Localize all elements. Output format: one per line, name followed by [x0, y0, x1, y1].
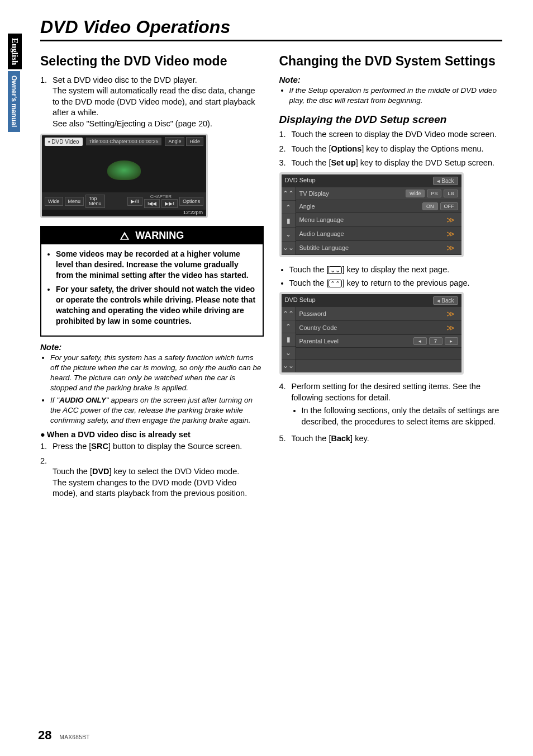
- chevron-right-icon[interactable]: ≫: [443, 243, 458, 252]
- tab-english: English: [8, 34, 22, 69]
- list-number: 1.: [40, 75, 53, 130]
- hide-button[interactable]: Hide: [186, 137, 203, 146]
- scroll-down-icon[interactable]: ⌄: [282, 228, 296, 241]
- list-number: 1.: [279, 129, 292, 140]
- setup-row-label: Angle: [299, 203, 423, 210]
- setup-row[interactable]: Country Code≫: [296, 321, 461, 335]
- warning-item: Some videos may be recorded at a higher …: [56, 249, 257, 281]
- tab-owners-manual: Owner's manual: [8, 71, 20, 131]
- setup-row-label: TV Display: [299, 190, 406, 197]
- chapter-label: CHAPTER: [150, 194, 172, 199]
- video-content-image: [107, 160, 141, 180]
- dvd-setup-screenshot-2: DVD Setup ◂ Back ⌃⌃ ⌃ ▮ ⌄ ⌄⌄ Password≫Co…: [279, 292, 464, 375]
- list-number: 4.: [279, 381, 292, 429]
- bullet-text: Touch the [⌃⌃] key to return to the prev…: [289, 277, 503, 289]
- setup-option-button[interactable]: ▸: [445, 337, 458, 345]
- step-text: Perform setting for the desired setting …: [292, 381, 503, 429]
- chevron-right-icon[interactable]: ≫: [443, 215, 458, 224]
- chevron-right-icon[interactable]: ≫: [443, 323, 458, 332]
- side-tabs: English Owner's manual: [8, 34, 25, 134]
- svg-rect-1: [125, 238, 126, 239]
- setup-row-empty: [296, 360, 461, 372]
- top-menu-button[interactable]: Top Menu: [85, 195, 105, 208]
- setup-row-label: Audio Language: [299, 230, 443, 237]
- chevron-right-icon[interactable]: ≫: [443, 309, 458, 318]
- setup-option-button[interactable]: ON: [422, 202, 438, 210]
- setup-row-label: Password: [299, 310, 443, 317]
- scroll-up-icon[interactable]: ⌃: [282, 320, 296, 333]
- warning-item: For your safety, the driver should not w…: [56, 284, 257, 327]
- step-text: Touch the [Options] key to display the O…: [292, 144, 503, 155]
- svg-rect-0: [125, 235, 126, 237]
- angle-button[interactable]: Angle: [165, 137, 184, 146]
- scroll-bottom-icon[interactable]: ⌄⌄: [282, 360, 296, 372]
- setup-row[interactable]: Password≫: [296, 307, 461, 321]
- prev-chapter-button[interactable]: I◀◀: [144, 199, 160, 208]
- dvd-video-screenshot: • DVD Video Title:003 Chapter:00300:00:2…: [40, 134, 208, 218]
- options-button[interactable]: Options: [179, 197, 203, 206]
- list-number: 5.: [279, 433, 292, 445]
- list-number: 2.: [40, 456, 53, 499]
- setup-option-button[interactable]: LB: [444, 190, 458, 197]
- play-pause-button[interactable]: ▶/II: [127, 197, 142, 206]
- setup-row-label: Country Code: [299, 324, 443, 331]
- model-number: MAX685BT: [59, 734, 89, 740]
- scroll-top-icon[interactable]: ⌃⌃: [282, 307, 296, 320]
- page-footer: 28 MAX685BT: [38, 728, 90, 743]
- back-button[interactable]: ◂ Back: [433, 177, 458, 185]
- setup-row[interactable]: AngleONOFF: [296, 200, 461, 213]
- dvd-setup-screenshot-1: DVD Setup ◂ Back ⌃⌃ ⌃ ▮ ⌄ ⌄⌄ TV DisplayW…: [279, 172, 464, 257]
- heading-changing-dvd-settings: Changing the DVD System Settings: [279, 54, 503, 69]
- setup-option-button[interactable]: 7: [429, 337, 442, 345]
- wide-button[interactable]: Wide: [45, 197, 63, 206]
- step-text: Touch the [DVD] key to select the DVD Vi…: [53, 456, 264, 499]
- scroll-down-icon[interactable]: ⌄: [282, 347, 296, 360]
- elapsed-time: 00:00:25: [139, 139, 158, 144]
- setup-row-label: Menu Language: [299, 216, 443, 223]
- setup-row-label: Parental Level: [299, 338, 413, 344]
- setup-option-button[interactable]: Wide: [406, 190, 425, 197]
- source-chip: • DVD Video: [45, 138, 83, 146]
- panel-title: DVD Setup: [285, 296, 316, 305]
- page-down-icon: ⌄⌄: [329, 266, 342, 274]
- right-column: Changing the DVD System Settings Note: I…: [279, 54, 503, 503]
- setup-row[interactable]: Menu Language≫: [296, 213, 461, 227]
- scroll-bottom-icon[interactable]: ⌄⌄: [282, 242, 296, 255]
- scroll-up-icon[interactable]: ⌃: [282, 201, 296, 214]
- scroll-bar-icon[interactable]: ▮: [282, 214, 296, 228]
- scroll-bar-icon[interactable]: ▮: [282, 333, 296, 346]
- scroll-top-icon[interactable]: ⌃⌃: [282, 187, 296, 201]
- setup-option-button[interactable]: OFF: [440, 202, 458, 210]
- heading-selecting-dvd-video-mode: Selecting the DVD Video mode: [40, 54, 264, 69]
- subheading-already-set: When a DVD video disc is already set: [40, 430, 264, 439]
- note-label: Note:: [40, 342, 264, 352]
- sub-bullet: In the following sections, only the deta…: [302, 405, 503, 427]
- note-item: If the Setup operation is performed in t…: [289, 86, 503, 106]
- chevron-right-icon[interactable]: ≫: [443, 229, 458, 238]
- setup-row-label: Subtitle Language: [299, 244, 443, 251]
- list-number: 2.: [279, 144, 292, 155]
- note-label: Note:: [279, 75, 503, 84]
- panel-title: DVD Setup: [285, 177, 316, 185]
- setup-row[interactable]: Audio Language≫: [296, 227, 461, 241]
- list-number: 3.: [279, 158, 292, 169]
- subheading-displaying-setup: Displaying the DVD Setup screen: [279, 114, 503, 126]
- bullet-text: Touch the [⌄⌄] key to display the next p…: [289, 264, 503, 275]
- back-button[interactable]: ◂ Back: [433, 296, 458, 305]
- left-column: Selecting the DVD Video mode 1. Set a DV…: [40, 54, 264, 503]
- step-text: Touch the [Back] key.: [292, 433, 503, 445]
- setup-option-button[interactable]: PS: [427, 190, 441, 197]
- note-item: For your safety, this system has a safet…: [50, 353, 264, 394]
- step-text: Press the [SRC] button to display the So…: [53, 441, 264, 452]
- setup-option-button[interactable]: ◂: [413, 337, 427, 345]
- menu-button[interactable]: Menu: [65, 197, 84, 206]
- setup-row[interactable]: Subtitle Language≫: [296, 241, 461, 255]
- setup-row-empty: [296, 348, 461, 360]
- page-number: 28: [38, 728, 51, 743]
- next-chapter-button[interactable]: ▶▶I: [161, 199, 178, 208]
- warning-box: WARNING Some videos may be recorded at a…: [40, 226, 264, 336]
- note-item: If "AUDIO ONLY" appears on the screen ju…: [50, 395, 264, 426]
- setup-row[interactable]: TV DisplayWidePSLB: [296, 187, 461, 200]
- setup-row[interactable]: Parental Level◂7▸: [296, 335, 461, 348]
- warning-title: WARNING: [135, 230, 184, 242]
